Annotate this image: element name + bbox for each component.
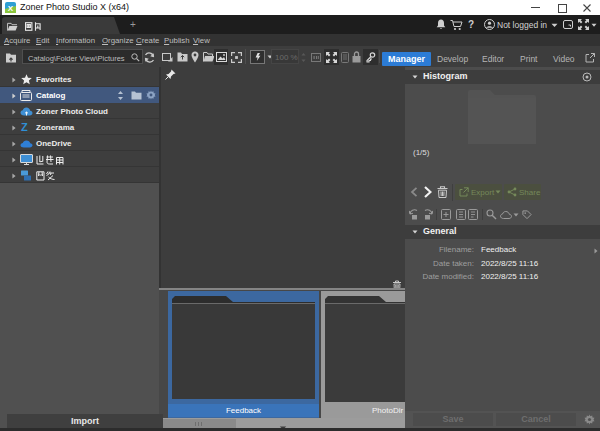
svg-text:X: X: [8, 4, 14, 13]
